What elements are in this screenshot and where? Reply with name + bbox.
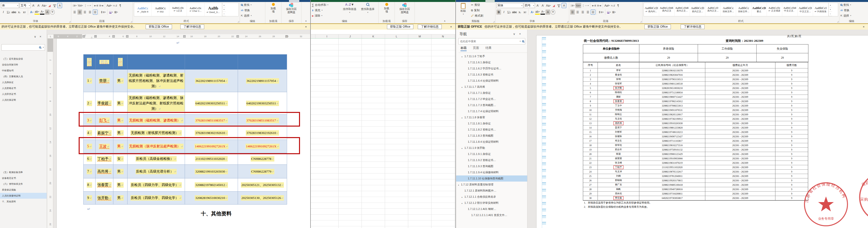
- clear-button[interactable]: ◆清除▾: [312, 13, 341, 18]
- replace-button[interactable]: ab替换: [840, 7, 863, 13]
- char-border-button[interactable]: A: [562, 3, 566, 8]
- attachment-icon-column[interactable]: [542, 37, 546, 228]
- nav-tree-item[interactable]: 1.7.11.1.9.4 社保缴纳材料: [456, 169, 527, 175]
- nav-tree-item[interactable]: ▴1.7.11.1.8 张春雷: [456, 114, 527, 120]
- column-header[interactable]: J: [339, 34, 362, 38]
- word-left-titlebar[interactable]: [0, 0, 310, 2]
- nav-item[interactable]: 人员社保证明: [0, 97, 46, 103]
- dialog-launcher-icon[interactable]: ◿: [69, 21, 71, 23]
- nav-tree-item[interactable]: ▴1.7.12 原材料质量控制管理: [456, 181, 527, 188]
- tab-headings[interactable]: 标题: [461, 46, 467, 51]
- table-column-marker-icon[interactable]: [237, 35, 239, 38]
- numbering-button[interactable]: ⅓≡▾: [575, 3, 581, 8]
- change-case-button[interactable]: Aa▾: [546, 3, 551, 8]
- cell-grid[interactable]: [311, 38, 455, 228]
- change-case-button[interactable]: Aa▾: [41, 3, 46, 8]
- pane-close-icon[interactable]: ×: [39, 35, 45, 38]
- dialog-launcher-icon[interactable]: ◿: [238, 21, 239, 23]
- justify-button[interactable]: ☰: [586, 9, 590, 15]
- italic-button[interactable]: I: [501, 9, 506, 15]
- style-chip[interactable]: AaBbCcD 要点: [751, 3, 767, 16]
- align-center-button[interactable]: ☰: [78, 9, 82, 15]
- learn-more-button[interactable]: 了解详细信息: [681, 24, 705, 29]
- nav-tree-item[interactable]: ▴1.7.11.1.7 高尚将: [456, 84, 527, 90]
- dialog-launcher-icon[interactable]: ◿: [131, 21, 132, 23]
- nav-item[interactable]: （五）检测设备清单: [0, 169, 46, 175]
- tree-arrow-icon[interactable]: ▴: [462, 145, 464, 151]
- nav-tree-item[interactable]: ▴1.7.11.1.6 丁柏予: [456, 53, 527, 59]
- column-header[interactable]: N: [431, 34, 455, 38]
- underline-button[interactable]: U▾: [6, 9, 11, 15]
- style-chip[interactable]: AaBbCcDc ↵ 1正文: [169, 3, 187, 16]
- nav-tree-item[interactable]: ▴1.7.12.1.1 合格供应商名录: [456, 194, 527, 200]
- select-button[interactable]: ⇱选择▾: [241, 13, 264, 18]
- pinyin-guide-button[interactable]: wén文: [52, 3, 57, 8]
- addin-button[interactable]: 加载项: [266, 2, 280, 14]
- font-color-button[interactable]: A▾: [540, 9, 545, 15]
- style-chip[interactable]: AaBbCcD 表内正文...: [690, 3, 705, 16]
- borders-button[interactable]: ⊞▾: [612, 9, 616, 15]
- nav-tree-item[interactable]: 1.7.11.1.10 社保缴纳查询截图: [456, 175, 527, 181]
- nav-search[interactable]: ▾: [1, 44, 45, 51]
- numbering-button[interactable]: ⅓≡▾: [78, 3, 83, 8]
- sort-button[interactable]: A↓Z: [611, 3, 615, 8]
- shading-button[interactable]: ⬓▾: [109, 9, 113, 15]
- pane-collapse-icon[interactable]: ∨: [513, 32, 519, 36]
- table-column-marker-icon[interactable]: [94, 35, 97, 38]
- table-column-marker-icon[interactable]: [126, 35, 128, 38]
- char-border-button[interactable]: A: [57, 3, 62, 8]
- nav-tree-item[interactable]: 1.7.11.1.8.1 身份证: [456, 120, 527, 126]
- style-chip[interactable]: AaBbCcI ↵ 列表段落: [813, 3, 829, 16]
- excel-sheet[interactable]: IJKLMN: [311, 30, 455, 228]
- pinyin-guide-button[interactable]: wén文: [557, 3, 561, 8]
- font-color-button[interactable]: A▾: [40, 9, 44, 15]
- text-effects-button[interactable]: A▾: [29, 9, 34, 15]
- highlight-button[interactable]: ab▾: [535, 9, 540, 15]
- word-right-titlebar[interactable]: [456, 0, 868, 2]
- paste-button[interactable]: 粘贴▾: [457, 2, 469, 18]
- tree-arrow-icon[interactable]: ▴: [462, 115, 464, 120]
- style-gallery-scroll[interactable]: ▴▾▿: [829, 3, 832, 16]
- nav-item[interactable]: 人员社保缴纳证明: [0, 193, 46, 199]
- nav-tree-item[interactable]: 1.7.12.1.2.1.1 A01 资质文件…: [456, 212, 527, 218]
- sort-button[interactable]: A↓Z: [113, 3, 118, 8]
- nav-tree-item[interactable]: 1.7.11.1.6.1 身份证: [456, 59, 527, 65]
- find-button[interactable]: 查找▾: [241, 2, 264, 7]
- nav-item[interactable]: 十、其他资料: [0, 199, 46, 204]
- style-chip[interactable]: AaBbCcDdE 表内正文: [659, 3, 675, 16]
- align-center-button[interactable]: ☰: [575, 9, 580, 15]
- bullets-button[interactable]: ⁝≡▾: [72, 3, 77, 8]
- nav-search[interactable]: ▾: [458, 38, 525, 45]
- style-gallery-scroll[interactable]: ▴▾▿: [222, 3, 226, 16]
- font-size-combo[interactable]: 五号▾: [20, 3, 31, 8]
- replace-button[interactable]: ab替换: [241, 7, 264, 13]
- distribute-button[interactable]: ☰: [591, 9, 595, 15]
- align-left-button[interactable]: ☰: [72, 9, 77, 15]
- text-effects-button[interactable]: A▾: [530, 9, 534, 15]
- nav-tree-item[interactable]: 1.7.11.1.9.3 查询截图: [456, 163, 527, 169]
- asian-layout-button[interactable]: A⇄▾: [604, 3, 610, 8]
- vertical-ruler[interactable]: 2468101214161820222426: [48, 38, 53, 228]
- subscript-button[interactable]: x₂: [518, 9, 522, 15]
- column-header[interactable]: L: [385, 34, 408, 38]
- nav-item[interactable]: 人员学历证书: [0, 91, 46, 97]
- tab-pages[interactable]: 页面: [473, 46, 479, 51]
- fill-button[interactable]: ⬇填充▾: [312, 7, 341, 13]
- excel-titlebar[interactable]: [311, 0, 455, 2]
- font-size-combo[interactable]: 四号▾: [524, 3, 535, 8]
- collapse-ribbon-button[interactable]: ∧: [305, 20, 307, 22]
- show-marks-button[interactable]: ¶: [616, 3, 621, 8]
- select-button[interactable]: ⇱选择▾: [840, 13, 863, 18]
- nav-tree-item[interactable]: 1.7.11.1.6.3 资格证书: [456, 72, 527, 78]
- shrink-font-button[interactable]: Aˇ: [540, 3, 545, 8]
- get-genuine-button[interactable]: 获取正版 Office: [645, 24, 671, 29]
- nav-item[interactable]: 人员资格证书: [0, 85, 46, 91]
- asian-layout-button[interactable]: A⇄▾: [106, 3, 113, 8]
- increase-indent-button[interactable]: ≡⇥: [597, 3, 601, 8]
- clear-format-icon[interactable]: ◢: [551, 3, 556, 8]
- style-chip[interactable]: AaBbCc 投标文件...: [736, 3, 751, 16]
- close-icon[interactable]: ×: [305, 25, 307, 29]
- nav-tree-item[interactable]: 1.7.11.1.7.3 查询截图…: [456, 102, 527, 108]
- dialog-launcher-icon[interactable]: ◿: [837, 21, 839, 23]
- nav-tree-item[interactable]: ▴1.7.11.1.9 张开勤: [456, 145, 527, 151]
